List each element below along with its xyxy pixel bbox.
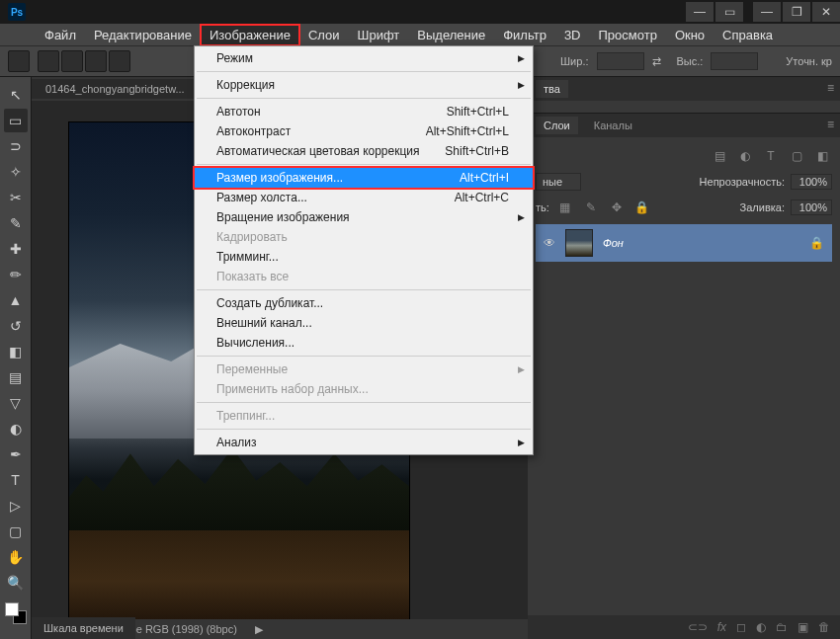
quick-select-tool[interactable]: ✧ [4,160,28,184]
history-brush-tool[interactable]: ↺ [4,314,28,338]
eraser-tool[interactable]: ◧ [4,340,28,363]
new-layer-icon[interactable]: ▣ [798,620,808,634]
menu-выделение[interactable]: Выделение [408,25,494,45]
lock-icon[interactable]: 🔒 [809,236,824,250]
filter-smart-icon[interactable]: ◧ [812,147,832,165]
inner-minimize-button[interactable]: — [753,2,781,22]
lock-label: ть: [536,201,549,213]
menu-item[interactable]: Тримминг... [195,247,533,267]
menu-bar: ФайлРедактированиеИзображениеСлоиШрифтВы… [0,24,840,45]
link-icon[interactable]: ⇄ [652,55,661,68]
dodge-tool[interactable]: ◐ [4,417,28,440]
menu-item[interactable]: АвтотонShift+Ctrl+L [195,102,533,121]
filter-type-icon[interactable]: T [761,147,781,165]
menu-фильтр[interactable]: Фильтр [494,25,555,45]
menu-item[interactable]: Вращение изображения▶ [195,207,533,227]
menu-item[interactable]: Анализ▶ [195,433,533,452]
healing-tool[interactable]: ✚ [4,237,28,261]
menu-item[interactable]: Коррекция▶ [195,75,533,95]
maximize-button[interactable]: ▭ [715,2,743,22]
visibility-icon[interactable]: 👁 [544,236,555,250]
lasso-tool[interactable]: ⊃ [4,134,28,158]
layer-row[interactable]: 👁 Фон 🔒 [536,224,832,262]
menu-шрифт[interactable]: Шрифт [349,25,409,45]
eyedropper-tool[interactable]: ✎ [4,211,28,235]
panel-menu-icon[interactable]: ≡ [827,118,834,131]
layers-footer: ⊂⊃ fx ◻ ◐ 🗀 ▣ 🗑 [528,615,840,639]
panel-menu-icon[interactable]: ≡ [827,81,834,95]
menu-слои[interactable]: Слои [299,25,349,45]
blend-mode-select[interactable]: ные [536,173,581,191]
menu-item: Показать все [195,267,533,286]
menu-item[interactable]: Внешний канал... [195,313,533,333]
filter-image-icon[interactable]: ▤ [710,147,729,165]
blur-tool[interactable]: ▽ [4,391,28,415]
menu-item[interactable]: Автоматическая цветовая коррекцияShift+C… [195,141,533,161]
menu-файл[interactable]: Файл [36,25,85,45]
stamp-tool[interactable]: ▲ [4,288,28,312]
menu-item[interactable]: Вычисления... [195,333,533,353]
timeline-tab[interactable]: Шкала времени [32,619,135,637]
image-menu-dropdown: Режим▶Коррекция▶АвтотонShift+Ctrl+LАвток… [194,45,534,455]
minimize-button[interactable]: — [686,2,714,22]
pen-tool[interactable]: ✒ [4,442,28,466]
selection-mode-group [38,50,130,72]
layer-thumbnail[interactable] [565,229,593,257]
menu-item: Треппинг... [195,406,533,426]
lock-trans-icon[interactable]: ▦ [555,199,575,216]
filter-adjust-icon[interactable]: ◐ [735,147,755,165]
menu-изображение[interactable]: Изображение [201,25,299,45]
group-icon[interactable]: 🗀 [776,620,788,634]
gradient-tool[interactable]: ▤ [4,365,28,389]
menu-separator [197,429,531,430]
refine-edge-label[interactable]: Уточн. кр [786,55,832,67]
close-button[interactable]: ✕ [812,2,840,22]
fill-label: Заливка: [740,201,785,213]
crop-tool[interactable]: ✂ [4,186,28,209]
menu-item[interactable]: Создать дубликат... [195,293,533,313]
menu-окно[interactable]: Окно [666,25,714,45]
lock-pixel-icon[interactable]: ✎ [581,199,601,216]
filter-shape-icon[interactable]: ▢ [787,147,806,165]
fill-field[interactable]: 100% [791,200,832,215]
subtract-selection-icon[interactable] [85,50,107,72]
path-select-tool[interactable]: ▷ [4,494,28,518]
add-selection-icon[interactable] [61,50,83,72]
menu-просмотр[interactable]: Просмотр [590,25,666,45]
color-swatches[interactable] [5,602,27,624]
type-tool[interactable]: T [4,468,28,492]
chevron-right-icon[interactable]: ▶ [255,623,263,636]
menu-item[interactable]: Размер холста...Alt+Ctrl+C [195,188,533,207]
link-layers-icon[interactable]: ⊂⊃ [688,620,708,634]
menu-item[interactable]: Размер изображения...Alt+Ctrl+I [195,168,533,188]
tool-preset-icon[interactable] [8,50,30,72]
fx-icon[interactable]: fx [717,620,726,634]
intersect-selection-icon[interactable] [109,50,130,72]
menu-item[interactable]: АвтоконтрастAlt+Shift+Ctrl+L [195,121,533,141]
lock-all-icon[interactable]: 🔒 [632,199,652,216]
layer-name[interactable]: Фон [603,237,799,249]
swatches-tab[interactable]: тва [536,80,568,98]
lock-pos-icon[interactable]: ✥ [607,199,627,216]
marquee-tool[interactable]: ▭ [4,109,28,132]
height-field[interactable] [711,52,758,70]
mask-icon[interactable]: ◻ [736,620,746,634]
new-selection-icon[interactable] [38,50,59,72]
channels-tab[interactable]: Каналы [586,117,640,134]
shape-tool[interactable]: ▢ [4,519,28,543]
move-tool[interactable]: ↖ [4,83,28,107]
menu-3d[interactable]: 3D [555,25,590,45]
menu-редактирование[interactable]: Редактирование [85,25,201,45]
brush-tool[interactable]: ✏ [4,263,28,286]
menu-item[interactable]: Режим▶ [195,48,533,68]
hand-tool[interactable]: ✋ [4,545,28,569]
layers-tab[interactable]: Слои [536,117,578,134]
inner-restore-button[interactable]: ❐ [783,2,810,22]
delete-layer-icon[interactable]: 🗑 [818,620,830,634]
adjustment-icon[interactable]: ◐ [756,620,766,634]
document-tab[interactable]: 01464_chongyangbridgetw... [32,79,200,99]
width-field[interactable] [597,52,644,70]
zoom-tool[interactable]: 🔍 [4,571,28,595]
menu-справка[interactable]: Справка [714,25,782,45]
opacity-field[interactable]: 100% [791,174,832,190]
